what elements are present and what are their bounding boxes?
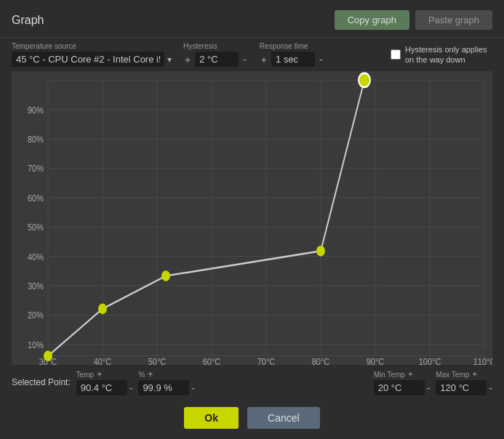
svg-text:70°C: 70°C — [257, 356, 276, 365]
svg-text:20%: 20% — [28, 310, 44, 321]
pct-sp-minus-icon[interactable]: - — [191, 382, 195, 394]
graph-svg[interactable]: 90% 80% 70% 60% 50% 40% 30% 20% 10% 30°C… — [12, 71, 492, 365]
temp-sp-input-row: - — [76, 380, 133, 395]
temp-source-chevron-icon[interactable]: ▾ — [167, 55, 172, 65]
min-temp-input-row: - — [374, 380, 431, 395]
controls-row: Temperature source ▾ Hysteresis + - Resp… — [0, 38, 504, 71]
max-temp-group: Max Temp + - — [436, 369, 492, 395]
temp-sp-input[interactable] — [76, 380, 127, 395]
hysteresis-checkbox-label: Hysteresis only applies on the way down — [405, 44, 492, 65]
cancel-button[interactable]: Cancel — [247, 407, 320, 429]
min-temp-input[interactable] — [374, 380, 425, 395]
pct-sp-input-row: - — [138, 380, 195, 395]
temp-sp-minus-icon[interactable]: - — [129, 382, 133, 394]
temp-source-label: Temperature source — [12, 42, 172, 50]
hysteresis-plus-button[interactable]: + — [183, 55, 192, 65]
response-time-input[interactable] — [271, 52, 315, 67]
max-temp-minus-icon[interactable]: - — [489, 382, 492, 394]
hysteresis-input[interactable] — [195, 52, 239, 67]
svg-text:50%: 50% — [28, 222, 44, 233]
title-bar: Graph Copy graph Paste graph — [0, 0, 504, 38]
graph-area[interactable]: 90% 80% 70% 60% 50% 40% 30% 20% 10% 30°C… — [12, 71, 492, 365]
svg-point-42 — [317, 246, 324, 255]
hysteresis-minus-button[interactable]: - — [241, 55, 248, 65]
svg-text:30%: 30% — [28, 281, 44, 291]
hysteresis-group: Hysteresis + - — [183, 42, 248, 67]
svg-point-41 — [162, 271, 169, 280]
temp-source-input[interactable] — [12, 52, 164, 67]
temp-sp-label: Temp — [76, 371, 94, 379]
main-window: Graph Copy graph Paste graph Temperature… — [0, 0, 504, 439]
min-temp-group: Min Temp + - — [374, 369, 431, 395]
pct-sp-group: % + - — [138, 369, 195, 395]
ok-button[interactable]: Ok — [184, 407, 239, 429]
svg-point-39 — [44, 352, 52, 361]
min-max-groups: Min Temp + - Max Temp + - — [374, 369, 492, 395]
max-temp-label: Max Temp — [436, 371, 469, 379]
svg-text:80°C: 80°C — [312, 356, 330, 365]
pct-sp-input[interactable] — [138, 380, 189, 395]
svg-text:60°C: 60°C — [203, 356, 221, 365]
page-title: Graph — [12, 14, 44, 27]
svg-text:100°C: 100°C — [419, 356, 441, 365]
min-temp-plus-icon[interactable]: + — [408, 369, 413, 379]
selected-point-row: Selected Point: Temp + - % + - — [12, 369, 492, 395]
max-temp-input[interactable] — [436, 380, 487, 395]
hysteresis-label: Hysteresis — [183, 42, 248, 50]
response-time-group: Response time + - — [260, 42, 324, 67]
response-time-plus-button[interactable]: + — [260, 55, 268, 65]
temp-sp-group: Temp + - — [76, 369, 133, 395]
hysteresis-input-row: + - — [183, 52, 248, 67]
svg-text:80%: 80% — [28, 134, 44, 145]
max-temp-input-row: - — [436, 380, 492, 395]
svg-text:40°C: 40°C — [94, 356, 112, 365]
svg-text:90%: 90% — [28, 104, 44, 115]
selected-point-label: Selected Point: — [12, 377, 71, 387]
pct-sp-label: % — [138, 371, 145, 379]
temp-source-group: Temperature source ▾ — [12, 42, 172, 67]
min-temp-label: Min Temp — [374, 371, 405, 379]
hysteresis-checkbox-group: Hysteresis only applies on the way down — [391, 44, 492, 65]
copy-graph-button[interactable]: Copy graph — [335, 10, 409, 30]
action-buttons: Ok Cancel — [12, 401, 492, 436]
svg-rect-0 — [12, 71, 492, 365]
svg-text:90°C: 90°C — [367, 356, 385, 365]
response-time-input-row: + - — [260, 52, 324, 67]
bottom-bar: Selected Point: Temp + - % + - — [0, 365, 504, 439]
svg-text:50°C: 50°C — [148, 356, 167, 365]
hysteresis-checkbox[interactable] — [391, 49, 401, 60]
temp-sp-plus-icon[interactable]: + — [97, 369, 102, 379]
svg-text:10%: 10% — [28, 339, 44, 350]
title-bar-buttons: Copy graph Paste graph — [335, 10, 492, 30]
svg-text:110°C: 110°C — [473, 356, 492, 365]
pct-sp-plus-icon[interactable]: + — [148, 369, 153, 379]
svg-point-40 — [99, 305, 106, 313]
svg-text:60%: 60% — [28, 193, 44, 204]
max-temp-plus-icon[interactable]: + — [472, 369, 477, 379]
svg-text:40%: 40% — [28, 251, 44, 262]
response-time-label: Response time — [260, 42, 324, 50]
paste-graph-button[interactable]: Paste graph — [415, 10, 492, 30]
temp-source-input-row: ▾ — [12, 52, 172, 67]
response-time-minus-button[interactable]: - — [318, 55, 324, 65]
svg-text:70%: 70% — [28, 163, 44, 174]
svg-point-43 — [359, 73, 370, 87]
min-temp-minus-icon[interactable]: - — [427, 382, 431, 394]
